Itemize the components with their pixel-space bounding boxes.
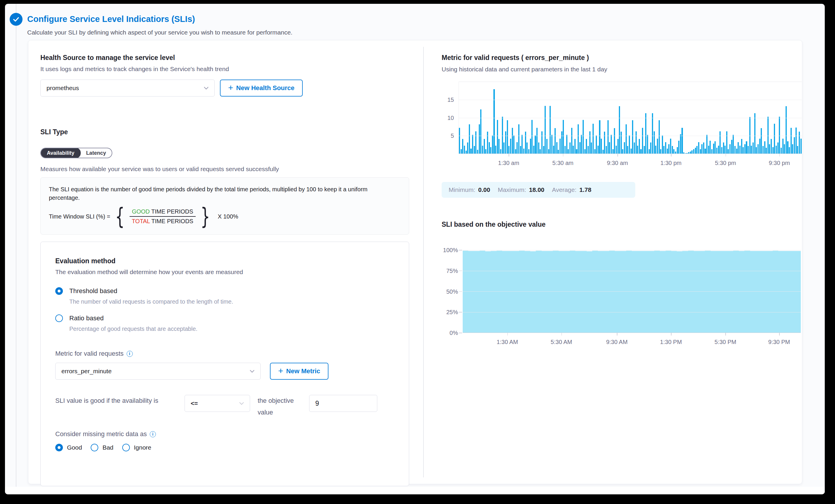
evaluation-method-box: Evaluation method The evaluation method … [40, 242, 409, 486]
metric-chart-x-axis: 1:30 am5:30 am9:30 am1:30 pm5:30 pm9:30 … [459, 160, 802, 167]
threshold-radio-description: The number of valid requests is compared… [69, 298, 394, 305]
maximum-value: 18.00 [529, 186, 545, 193]
sli-chart-x-ticks [463, 333, 801, 336]
chevron-down-icon [204, 86, 208, 89]
formula-total: TOTAL [132, 218, 150, 224]
charts-column: Metric for valid requests ( errors_per_m… [442, 40, 802, 333]
maximum-label: Maximum: [498, 186, 526, 193]
operator-selected-value: <= [191, 400, 198, 407]
evaluation-method-heading: Evaluation method [55, 257, 394, 265]
metric-chart-plot-area [459, 82, 802, 154]
sli-type-toggle: Availability Latency [40, 148, 112, 158]
app-window: Configure Service Level Indicatiors (SLI… [5, 4, 825, 495]
info-icon[interactable]: i [150, 431, 156, 437]
radio-ratio-based[interactable]: Ratio based [55, 315, 394, 322]
minimum-label: Minimum: [449, 186, 475, 193]
metric-chart-title: Metric for valid requests ( errors_per_m… [442, 54, 802, 62]
new-metric-button[interactable]: + New Metric [270, 363, 328, 380]
health-source-heading: Health Source to manage the service leve… [40, 54, 409, 62]
sli-equation-text: The SLI equation is the number of good t… [49, 185, 388, 202]
plus-icon: + [228, 83, 233, 92]
ignore-radio-label: Ignore [134, 444, 151, 451]
average-value: 1.78 [579, 186, 591, 193]
step-complete-check-icon [9, 13, 22, 26]
metric-stats-strip: Minimum: 0.00 Maximum: 18.00 Average: 1.… [442, 182, 635, 198]
plus-icon: + [278, 366, 283, 375]
metric-select[interactable]: errors_per_minute [55, 363, 261, 380]
evaluation-method-description: The evaluation method will determine how… [55, 268, 394, 276]
sli-formula: Time Window SLI (%) = { GOOD TIME PERIOD… [49, 206, 401, 227]
bottom-band [5, 487, 825, 495]
right-brace: } [201, 206, 210, 227]
radio-missing-good[interactable]: Good [55, 444, 82, 451]
metric-selected-value: errors_per_minute [61, 368, 112, 375]
toggle-option-availability[interactable]: Availability [40, 148, 81, 158]
new-health-source-label: New Health Source [236, 84, 294, 92]
sli-chart-title: SLI based on the objective value [442, 221, 802, 228]
health-source-description: It uses logs and metrics to track change… [40, 65, 409, 73]
threshold-radio-label: Threshold based [69, 287, 117, 295]
average-label: Average: [552, 186, 576, 193]
metric-bar-chart: 15105 1:30 am5:30 am9:30 am1:30 pm5:30 p… [459, 82, 802, 154]
sli-chart-x-axis: 1:30 AM5:30 AM9:30 AM1:30 PM5:30 PM9:30 … [463, 339, 801, 346]
sli-equation-box: The SLI equation is the number of good t… [40, 177, 409, 235]
left-brace: { [115, 206, 125, 227]
formula-suffix: X 100% [218, 213, 238, 220]
ignore-radio-icon[interactable] [122, 444, 130, 451]
formula-label: Time Window SLI (%) = [49, 213, 110, 220]
radio-threshold-based[interactable]: Threshold based [55, 287, 394, 295]
minimum-value: 0.00 [478, 186, 490, 193]
formula-num-rest: TIME PERIODS [150, 208, 193, 215]
good-radio-label: Good [67, 444, 82, 451]
new-metric-label: New Metric [286, 367, 320, 375]
chevron-down-icon [239, 402, 244, 405]
sli-condition-prefix: SLI value is good if the availability is [55, 395, 177, 407]
ratio-radio-label: Ratio based [69, 315, 104, 322]
good-radio-icon[interactable] [55, 444, 63, 451]
ratio-radio-icon[interactable] [55, 315, 63, 322]
sli-config-card: Health Source to manage the service leve… [28, 40, 802, 484]
info-icon[interactable]: i [127, 351, 133, 357]
sli-type-description: Measures how available your service was … [40, 165, 409, 173]
health-source-select[interactable]: prometheus [40, 80, 215, 97]
sli-type-heading: SLI Type [40, 128, 409, 136]
bad-radio-icon[interactable] [91, 444, 98, 451]
toggle-option-latency[interactable]: Latency [80, 148, 112, 158]
sli-form-column: Health Source to manage the service leve… [40, 40, 409, 486]
sli-area-chart: 100%75%50%25%0% 1:30 AM5:30 AM9:30 AM1:3… [463, 250, 801, 333]
page-subtitle: Calculate your SLI by defining which asp… [27, 29, 292, 36]
health-source-selected-value: prometheus [46, 84, 79, 92]
page-title: Configure Service Level Indicatiors (SLI… [27, 14, 195, 24]
metric-valid-requests-label: Metric for valid requests [55, 350, 124, 358]
radio-missing-bad[interactable]: Bad [91, 444, 113, 451]
radio-missing-ignore[interactable]: Ignore [122, 444, 151, 451]
sli-chart-plot-area [463, 250, 801, 333]
formula-den-rest: TIME PERIODS [150, 218, 193, 224]
threshold-radio-icon[interactable] [55, 287, 63, 295]
formula-good: GOOD [132, 208, 150, 215]
objective-value-input[interactable] [309, 395, 377, 412]
metric-chart-x-ticks [459, 154, 802, 157]
formula-fraction: GOOD TIME PERIODS TOTAL TIME PERIODS [129, 207, 196, 226]
ratio-radio-description: Percentage of good requests that are acc… [69, 326, 394, 332]
column-divider [423, 47, 424, 477]
bad-radio-label: Bad [102, 444, 113, 451]
stepper-line [16, 4, 16, 495]
missing-metric-label: Consider missing metric data as [55, 430, 147, 438]
operator-select[interactable]: <= [185, 395, 250, 412]
metric-chart-subtitle: Using historical data and current parame… [442, 66, 802, 73]
objective-value-label: the objective value [258, 395, 302, 418]
chevron-down-icon [250, 370, 254, 372]
new-health-source-button[interactable]: + New Health Source [220, 80, 303, 97]
